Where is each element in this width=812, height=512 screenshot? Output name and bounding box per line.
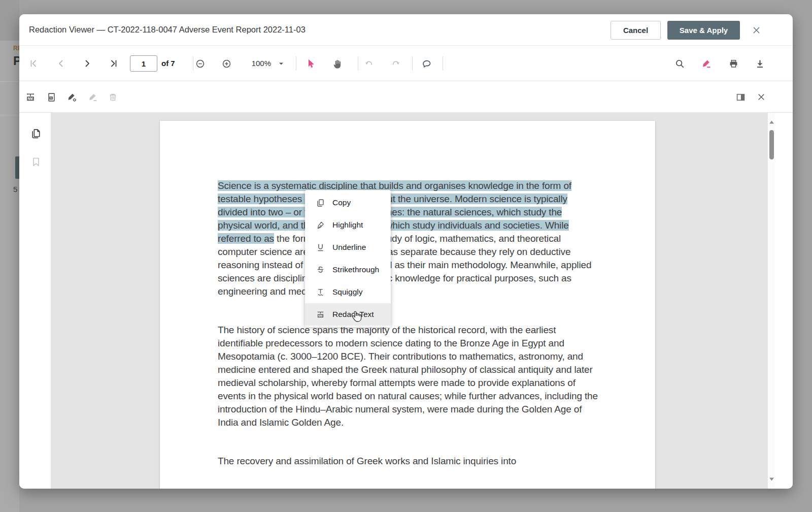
previous-page-icon[interactable] <box>53 55 69 72</box>
page-count-label: of 7 <box>161 59 175 68</box>
main-toolbar: of 7 100% <box>19 46 793 81</box>
viewer-body: Science is a systematic discipline that … <box>19 113 793 489</box>
toolbar-separator <box>412 56 413 71</box>
toolbar-separator <box>358 56 358 71</box>
paragraph-1: Science is a systematic discipline that … <box>218 179 598 298</box>
next-page-icon[interactable] <box>79 55 95 72</box>
viewer-right-margin <box>775 113 793 489</box>
page-thumbnails-icon[interactable] <box>29 127 43 140</box>
paragraph-3: The recovery and assimilation of Greek w… <box>218 455 598 468</box>
download-icon[interactable] <box>752 55 768 72</box>
page-number-input[interactable] <box>130 55 157 72</box>
menu-item-copy[interactable]: Copy <box>305 191 391 214</box>
background-page-edge: RE P 5 <box>0 0 19 512</box>
screen: { "modal": { "title": "Redaction Viewer … <box>0 0 812 512</box>
scroll-up-icon[interactable] <box>769 120 774 124</box>
paragraph-1-rest: the formal sciences, the study of logic,… <box>218 233 591 297</box>
modal-title: Redaction Viewer — CT-2022-118-0047 Adve… <box>29 25 306 35</box>
menu-item-label: Strikethrough <box>332 265 379 274</box>
zoom-in-icon[interactable] <box>218 55 234 72</box>
background-number: 5 <box>13 185 17 194</box>
annotation-toolbar-close-icon[interactable] <box>753 89 769 105</box>
paragraph-2: The history of science spans the majorit… <box>218 324 598 429</box>
modal-close-button[interactable] <box>748 22 764 38</box>
modal-header: Redaction Viewer — CT-2022-118-0047 Adve… <box>19 14 793 46</box>
menu-item-underline[interactable]: Underline <box>305 236 391 259</box>
vertical-scrollbar[interactable] <box>767 113 775 489</box>
toolbar-separator <box>296 56 296 71</box>
redact-page-tool-icon[interactable] <box>43 89 59 105</box>
zoom-out-icon[interactable] <box>192 55 208 72</box>
annotate-icon[interactable] <box>698 55 714 72</box>
redaction-settings-icon[interactable] <box>63 89 80 105</box>
last-page-icon[interactable] <box>106 55 122 72</box>
draw-tool-icon[interactable] <box>84 89 100 105</box>
menu-item-squiggly[interactable]: Squiggly <box>305 281 391 303</box>
annotation-toolbar <box>19 81 793 113</box>
first-page-icon[interactable] <box>25 55 42 72</box>
hand-cursor <box>349 309 363 325</box>
menu-item-label: Squiggly <box>332 287 362 297</box>
scroll-down-icon[interactable] <box>769 477 774 482</box>
scrollbar-thumb[interactable] <box>769 130 774 159</box>
panel-toggle-icon[interactable] <box>732 89 749 105</box>
zoom-level-value[interactable]: 100% <box>247 59 271 68</box>
menu-item-redact-text[interactable]: Redact Text <box>305 303 391 326</box>
background-divider <box>0 81 19 82</box>
bookmarks-icon[interactable] <box>29 155 43 169</box>
undo-icon[interactable] <box>361 55 377 72</box>
background-toolbar-edge <box>0 0 19 41</box>
menu-item-label: Copy <box>332 198 351 207</box>
delete-annotation-icon[interactable] <box>105 89 121 105</box>
hand-tool-icon[interactable] <box>329 55 345 72</box>
comment-icon[interactable] <box>418 55 434 72</box>
redaction-viewer-modal: Redaction Viewer — CT-2022-118-0047 Adve… <box>19 14 793 489</box>
redo-icon[interactable] <box>388 55 404 72</box>
background-button-fragment <box>15 156 19 179</box>
background-divider <box>0 115 19 115</box>
save-apply-button[interactable]: Save & Apply <box>667 21 740 40</box>
cancel-button[interactable]: Cancel <box>611 21 661 40</box>
side-rail <box>19 113 51 489</box>
text-context-menu: Copy Highlight Underline Strikethrough S… <box>305 190 391 327</box>
document-viewer[interactable]: Science is a systematic discipline that … <box>51 113 767 489</box>
menu-item-strikethrough[interactable]: Strikethrough <box>305 259 391 281</box>
print-icon[interactable] <box>725 55 741 72</box>
menu-item-label: Underline <box>332 243 366 252</box>
redact-text-tool-icon[interactable] <box>22 89 39 105</box>
document-page: Science is a systematic discipline that … <box>160 121 655 489</box>
search-icon[interactable] <box>671 55 688 72</box>
zoom-dropdown-caret-icon[interactable] <box>273 55 289 72</box>
menu-item-highlight[interactable]: Highlight <box>305 214 391 236</box>
menu-item-label: Highlight <box>332 220 363 230</box>
toolbar-separator <box>443 56 443 71</box>
select-tool-icon[interactable] <box>302 55 319 72</box>
